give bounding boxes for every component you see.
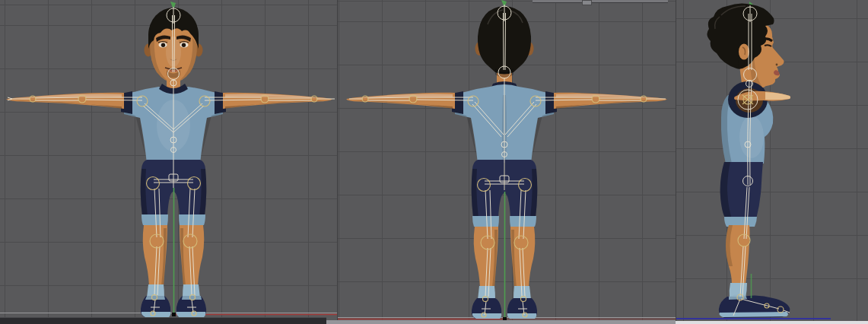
right-eye [182, 43, 186, 47]
bottom-panel-edge-gray [326, 320, 676, 324]
character-front-mesh[interactable] [6, 2, 332, 317]
right-shorts-hem [179, 214, 205, 225]
left-eye [161, 43, 165, 47]
character-back-mesh[interactable] [346, 0, 667, 319]
left-sock [478, 286, 495, 300]
bottom-panel-edge-dark [0, 317, 326, 324]
ear [739, 44, 749, 60]
left-shorts-hem [141, 214, 168, 225]
viewport-divider-right[interactable] [676, 0, 676, 324]
left-shorts-hem [472, 216, 499, 227]
origin-marker [172, 313, 176, 316]
viewport-front[interactable] [0, 0, 337, 324]
right-sock [513, 286, 531, 300]
front-view-canvas [0, 0, 337, 324]
top-panel-edge [533, 0, 668, 3]
viewport-workspace [0, 0, 868, 324]
right-shorts-hem [510, 216, 536, 227]
panel-resize-handle[interactable] [582, 0, 592, 5]
back-view-canvas [337, 0, 676, 324]
nostril [776, 64, 778, 66]
side-view-canvas [676, 0, 868, 324]
viewport-divider-left[interactable] [337, 0, 338, 324]
viewport-back[interactable] [337, 0, 676, 324]
viewport-side[interactable] [676, 0, 868, 324]
bottom-panel-edge-light [676, 321, 868, 324]
